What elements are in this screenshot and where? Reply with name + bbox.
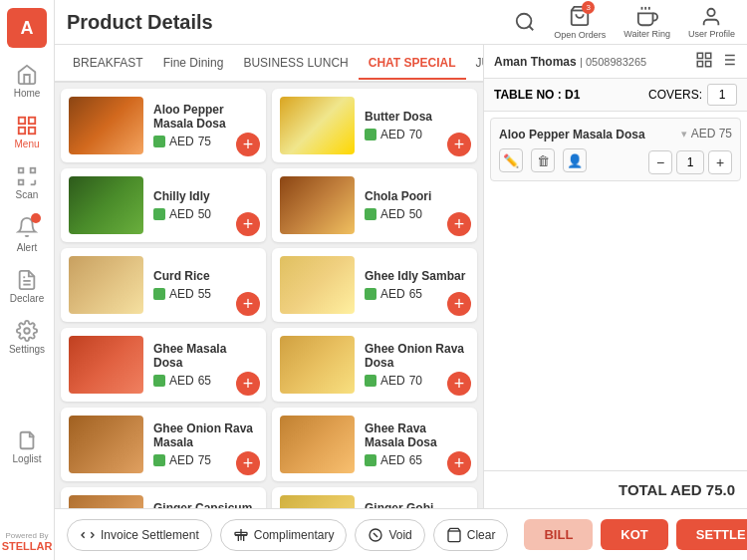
add-to-cart-button[interactable]: + xyxy=(447,292,471,316)
add-to-cart-button[interactable]: + xyxy=(236,133,260,156)
search-button[interactable] xyxy=(514,11,536,33)
add-to-cart-button[interactable]: + xyxy=(236,212,260,236)
price-currency: AED xyxy=(380,453,405,467)
add-to-cart-button[interactable]: + xyxy=(447,372,471,396)
add-to-cart-button[interactable]: + xyxy=(236,292,260,316)
price-value: 70 xyxy=(409,128,422,141)
right-panel: Aman Thomas | 0508983265 xyxy=(483,45,747,508)
price-currency: AED xyxy=(380,374,405,388)
scan-icon xyxy=(16,165,38,187)
covers-input[interactable] xyxy=(707,84,737,106)
complimentary-button[interactable]: Complimentary xyxy=(220,519,348,551)
product-card: Ginger Capsicum Masala Dosa AED 75 + xyxy=(61,487,266,508)
waiter-ring-button[interactable]: Waiter Ring xyxy=(623,6,670,39)
order-item-header: Aloo Pepper Masala Dosa ▾ AED 75 xyxy=(499,125,732,142)
add-to-cart-button[interactable]: + xyxy=(236,451,260,475)
delete-item-button[interactable]: 🗑 xyxy=(531,148,555,172)
qty-value: 1 xyxy=(676,150,704,174)
search-icon xyxy=(514,11,536,33)
sidebar-item-scan[interactable]: Scan xyxy=(0,157,54,208)
sidebar-item-loglist[interactable]: Loglist xyxy=(0,421,54,472)
product-image xyxy=(280,336,355,394)
product-image xyxy=(69,336,143,394)
tab-chat-special[interactable]: CHAT SPECIAL xyxy=(359,48,466,80)
list-view-button[interactable] xyxy=(719,51,737,72)
product-card: Ghee Idly Sambar AED 65 + xyxy=(272,248,477,322)
price-value: 55 xyxy=(198,287,211,301)
add-to-cart-button[interactable]: + xyxy=(236,372,260,396)
product-name: Ghee Rava Masala Dosa xyxy=(365,421,469,449)
svg-point-12 xyxy=(517,14,532,29)
tab-business-lunch[interactable]: BUSINESS LUNCH xyxy=(233,48,358,80)
sidebar-item-home[interactable]: Home xyxy=(0,56,54,107)
svg-rect-0 xyxy=(19,118,25,124)
price-indicator xyxy=(153,136,165,147)
customer-info: Aman Thomas | 0508983265 xyxy=(494,55,646,69)
tab-juice[interactable]: JUICE AND ICE CREAMS xyxy=(466,48,483,80)
order-header: Aman Thomas | 0508983265 xyxy=(484,45,747,79)
grid-view-button[interactable] xyxy=(695,51,713,72)
qty-minus-button[interactable]: − xyxy=(648,150,672,174)
svg-line-31 xyxy=(374,533,377,537)
list-icon xyxy=(719,51,737,69)
price-indicator xyxy=(153,208,165,220)
covers-label: COVERS: xyxy=(648,88,702,102)
product-info: Ginger Gobi Masala Dosa AED 65 xyxy=(365,501,469,508)
price-value: 65 xyxy=(409,453,422,467)
header: Product Details 3 Open Orders xyxy=(55,0,747,45)
sidebar-item-settings-label: Settings xyxy=(9,344,45,355)
clear-button[interactable]: Clear xyxy=(433,519,509,551)
sidebar-item-settings[interactable]: Settings xyxy=(0,312,54,363)
sidebar-item-alert[interactable]: Alert xyxy=(0,208,54,261)
product-image xyxy=(280,416,355,473)
price-value: 65 xyxy=(198,374,211,388)
product-name: Butter Dosa xyxy=(365,110,469,124)
powered-by-label: Powered By xyxy=(2,531,53,540)
sidebar-item-loglist-label: Loglist xyxy=(13,453,42,464)
product-card: Butter Dosa AED 70 + xyxy=(272,89,477,162)
app-logo[interactable]: A xyxy=(7,8,47,48)
svg-point-11 xyxy=(24,328,30,334)
menu-icon xyxy=(16,115,38,137)
product-name: Ghee Onion Rava Masala xyxy=(153,421,258,449)
header-icons: 3 Open Orders Waiter Ring User Profile xyxy=(514,5,735,40)
tab-breakfast[interactable]: BREAKFAST xyxy=(63,48,153,80)
brand-logo: STELLAR xyxy=(2,540,53,552)
price-value: 75 xyxy=(198,135,211,148)
open-orders-button[interactable]: 3 Open Orders xyxy=(554,5,606,40)
order-items: Aloo Pepper Masala Dosa ▾ AED 75 ✏️ 🗑 👤 xyxy=(484,112,747,470)
sidebar-item-menu[interactable]: Menu xyxy=(0,107,54,157)
product-image xyxy=(280,495,355,508)
price-currency: AED xyxy=(380,207,405,221)
product-name: Ghee Idly Sambar xyxy=(365,269,469,283)
tab-fine-dining[interactable]: Fine Dining xyxy=(153,48,234,80)
svg-rect-4 xyxy=(19,168,24,173)
order-item: Aloo Pepper Masala Dosa ▾ AED 75 ✏️ 🗑 👤 xyxy=(490,118,741,181)
sidebar-item-declare[interactable]: Declare xyxy=(0,261,54,312)
settle-button[interactable]: SETTLE xyxy=(676,519,747,550)
price-indicator xyxy=(153,375,165,387)
kot-button[interactable]: KOT xyxy=(601,519,667,550)
product-card: Ghee Masala Dosa AED 65 + xyxy=(61,328,266,402)
table-info: TABLE NO : D1 xyxy=(494,88,580,102)
chevron-down-icon: ▾ xyxy=(681,128,687,140)
bottom-bar: Invoice Settlement Complimentary Void Cl… xyxy=(55,508,747,560)
bill-button[interactable]: BILL xyxy=(524,519,593,550)
edit-item-button[interactable]: ✏️ xyxy=(499,148,523,172)
user-item-button[interactable]: 👤 xyxy=(563,148,587,172)
add-to-cart-button[interactable]: + xyxy=(447,133,471,156)
void-button[interactable]: Void xyxy=(355,519,424,551)
add-to-cart-button[interactable]: + xyxy=(447,451,471,475)
declare-icon xyxy=(16,269,38,291)
order-item-controls: ✏️ 🗑 👤 − 1 + xyxy=(499,146,732,174)
main-area: Product Details 3 Open Orders xyxy=(55,0,747,560)
price-value: 75 xyxy=(198,453,211,467)
order-sub-header: TABLE NO : D1 COVERS: xyxy=(484,79,747,112)
add-to-cart-button[interactable]: + xyxy=(447,212,471,236)
user-profile-button[interactable]: User Profile xyxy=(688,6,735,39)
price-indicator xyxy=(153,288,165,300)
product-image xyxy=(69,97,143,154)
order-header-icons xyxy=(695,51,737,72)
invoice-settlement-button[interactable]: Invoice Settlement xyxy=(67,519,212,551)
qty-plus-button[interactable]: + xyxy=(708,150,732,174)
